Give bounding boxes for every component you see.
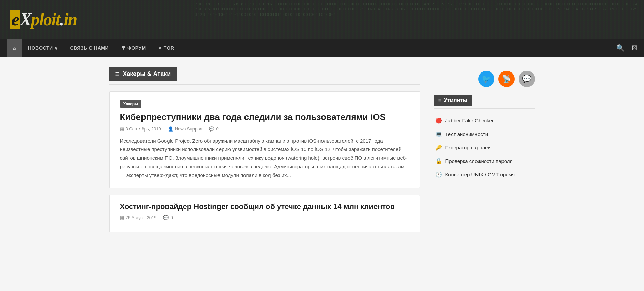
comment-icon-2: 💬 [163, 215, 169, 220]
nav-tor-link[interactable]: ✳ TOR [152, 39, 180, 57]
article-author-1: 👤 News Support [168, 126, 203, 132]
rss-icon[interactable]: 📡 [498, 71, 515, 87]
comment-icon-1: 💬 [209, 126, 214, 132]
article-comments-text-1: 0 [216, 126, 218, 132]
article-excerpt-1: Исследователи Google Project Zero обнару… [120, 137, 410, 180]
utility-item-4[interactable]: 🕐 Конвертер UNIX / GMT время [434, 168, 535, 181]
utility-label-4: Конвертер UNIX / GMT время [445, 172, 515, 177]
utility-item-2[interactable]: 🔑 Генератор паролей [434, 141, 535, 154]
nav-news-link[interactable]: НОВОСТИ ∨ [22, 39, 64, 57]
nav-item-home[interactable]: ⌂ [7, 39, 22, 57]
section-title: Хакеры & Атаки [123, 70, 171, 78]
logo-ploit: ploit [31, 10, 60, 29]
utilities-lines-icon: ≡ [438, 97, 441, 104]
logo-x: X [20, 10, 31, 29]
logo-dot: . [60, 10, 63, 29]
social-icons: 🐦 📡 💬 [434, 71, 535, 87]
utilities-title: Утилиты [444, 97, 467, 104]
utility-icon-3: 🔒 [435, 158, 442, 164]
article-comments-text-2: 0 [170, 215, 173, 220]
nav-items: ⌂ НОВОСТИ ∨ СВЯЗЬ С НАМИ 🌩 ФОРУМ ✳ TOR [7, 39, 616, 57]
utility-label-3: Проверка сложности пароля [445, 158, 513, 164]
section-heading-label: Хакеры & Атаки [109, 67, 177, 81]
twitter-icon[interactable]: 🐦 [478, 71, 494, 87]
utility-icon-4: 🕐 [435, 171, 442, 178]
article-card-1: Хакеры Киберпреступники два года следили… [109, 91, 420, 188]
article-meta-2: ▦ 26 Август, 2019 💬 0 [120, 215, 410, 220]
nav-home-link[interactable]: ⌂ [7, 39, 22, 57]
utilities-section: ≡ Утилиты 🔴 Jabber Fake Checker 💻 Тест а… [434, 95, 535, 181]
utility-icon-2: 🔑 [435, 144, 442, 151]
article-comments-2: 💬 0 [163, 215, 173, 220]
utilities-heading: ≡ Утилиты [434, 95, 535, 109]
main-nav: ⌂ НОВОСТИ ∨ СВЯЗЬ С НАМИ 🌩 ФОРУМ ✳ TOR 🔍… [0, 39, 644, 57]
utility-item-0[interactable]: 🔴 Jabber Fake Checker [434, 114, 535, 127]
utilities-heading-label: ≡ Утилиты [434, 95, 472, 106]
site-header: 200.78.138.9:3128 81.20.109.96 110100101… [0, 0, 644, 39]
utility-item-1[interactable]: 💻 Тест анонимности [434, 127, 535, 141]
section-heading: Хакеры & Атаки [109, 67, 420, 85]
nav-item-contact[interactable]: СВЯЗЬ С НАМИ [64, 39, 115, 57]
user-icon-1: 👤 [168, 126, 173, 132]
nav-item-forum[interactable]: 🌩 ФОРУМ [115, 39, 152, 57]
utility-list: 🔴 Jabber Fake Checker 💻 Тест анонимности… [434, 114, 535, 181]
utility-icon-0: 🔴 [435, 117, 442, 124]
article-comments-1: 💬 0 [209, 126, 218, 132]
nav-actions: 🔍 ⚄ [616, 44, 637, 52]
chat-icon[interactable]: 💬 [519, 71, 535, 87]
calendar-icon-2: ▦ [120, 215, 124, 220]
nav-item-tor[interactable]: ✳ TOR [152, 39, 180, 57]
utility-label-1: Тест анонимности [445, 131, 488, 137]
nav-item-news[interactable]: НОВОСТИ ∨ [22, 39, 64, 57]
search-icon[interactable]: 🔍 [616, 44, 625, 52]
article-tag-1[interactable]: Хакеры [120, 100, 142, 108]
header-background [0, 0, 644, 39]
sidebar: 🐦 📡 💬 ≡ Утилиты 🔴 Jabber Fake Checker 💻 … [434, 67, 535, 239]
utility-label-0: Jabber Fake Checker [445, 118, 494, 123]
article-author-text-1[interactable]: News Support [175, 126, 203, 132]
article-meta-1: ▦ 3 Сентябрь, 2019 👤 News Support 💬 0 [120, 126, 410, 132]
calendar-icon-1: ▦ [120, 126, 124, 132]
utility-icon-1: 💻 [435, 131, 442, 137]
article-title-2[interactable]: Хостинг-провайдер Hostinger сообщил об у… [120, 202, 410, 212]
nav-contact-link[interactable]: СВЯЗЬ С НАМИ [64, 39, 115, 57]
article-date-1: ▦ 3 Сентябрь, 2019 [120, 126, 161, 132]
random-icon[interactable]: ⚄ [632, 44, 637, 52]
article-date-2: ▦ 26 Август, 2019 [120, 215, 157, 220]
site-logo[interactable]: eXploit.in [10, 11, 77, 28]
article-card-2: Хостинг-провайдер Hostinger сообщил об у… [109, 195, 420, 232]
logo-in: in [63, 10, 77, 29]
lines-icon [115, 70, 120, 78]
utility-item-3[interactable]: 🔒 Проверка сложности пароля [434, 154, 535, 168]
article-date-text-2: 26 Август, 2019 [126, 215, 157, 220]
utility-label-2: Генератор паролей [445, 145, 491, 150]
nav-forum-link[interactable]: 🌩 ФОРУМ [115, 39, 152, 57]
article-date-text-1: 3 Сентябрь, 2019 [126, 126, 161, 132]
logo-e: e [10, 10, 20, 29]
page-content: Хакеры & Атаки Хакеры Киберпреступники д… [103, 57, 542, 249]
main-column: Хакеры & Атаки Хакеры Киберпреступники д… [109, 67, 420, 239]
article-title-1[interactable]: Киберпреступники два года следили за пол… [120, 112, 410, 123]
